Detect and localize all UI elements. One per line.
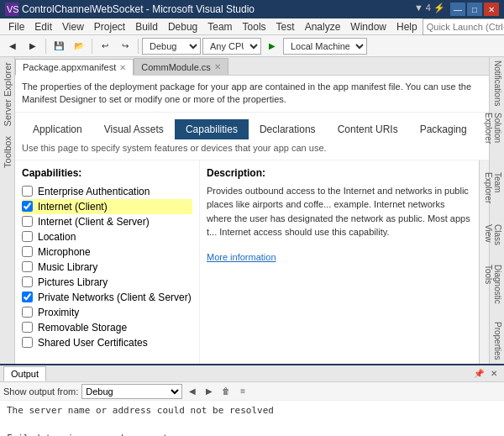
notifications-label[interactable]: Notifications (490, 57, 504, 109)
menu-build[interactable]: Build (130, 19, 163, 34)
nav-tab-application[interactable]: Application (22, 119, 93, 139)
cap-internet-client-server: Internet (Client & Server) (22, 214, 192, 229)
output-text-area: The server name or address could not be … (0, 401, 504, 436)
properties-label[interactable]: Properties (490, 318, 504, 364)
search-bar: Sign in (423, 17, 504, 37)
cap-music-library-checkbox[interactable] (22, 261, 33, 272)
menu-analyze[interactable]: Analyze (300, 19, 346, 34)
toolbox-label[interactable]: Toolbox (1, 131, 14, 173)
cap-internet-client: Internet (Client) (22, 199, 192, 214)
diagnostic-tools-label[interactable]: Diagnostic Tools (490, 261, 504, 318)
cap-pictures-library-label[interactable]: Pictures Library (38, 276, 108, 288)
menu-tools[interactable]: Tools (238, 19, 271, 34)
quick-launch-input[interactable] (423, 18, 504, 35)
debug-mode-dropdown[interactable]: Debug Release (142, 38, 201, 55)
redo-button[interactable]: ↪ (116, 37, 134, 55)
cap-enterprise-auth: Enterprise Authentication (22, 184, 192, 199)
menu-edit[interactable]: Edit (29, 19, 57, 34)
nav-tab-capabilities[interactable]: Capabilities (175, 119, 249, 139)
machine-dropdown[interactable]: Local Machine (283, 38, 367, 55)
menu-team[interactable]: Team (202, 19, 237, 34)
cap-internet-client-checkbox[interactable] (22, 201, 33, 212)
output-tab-output[interactable]: Output (3, 366, 46, 381)
output-wrap-button[interactable]: ≡ (236, 385, 249, 398)
menu-project[interactable]: Project (89, 19, 130, 34)
forward-button[interactable]: ▶ (24, 37, 42, 55)
server-explorer-label[interactable]: Server Explorer (1, 57, 14, 131)
tab-commmodule[interactable]: CommModule.cs ✕ (134, 58, 228, 75)
solution-explorer-label[interactable]: Solution Explorer (490, 109, 504, 169)
tab-commmodule-label: CommModule.cs (141, 62, 211, 72)
cap-internet-client-server-checkbox[interactable] (22, 216, 33, 227)
cap-proximity: Proximity (22, 305, 192, 320)
cap-location-label[interactable]: Location (38, 231, 76, 243)
cap-music-library-label[interactable]: Music Library (38, 261, 97, 273)
cap-shared-user-certs-label[interactable]: Shared User Certificates (38, 337, 148, 349)
cap-microphone-checkbox[interactable] (22, 246, 33, 257)
tab-commmodule-close[interactable]: ✕ (214, 62, 221, 71)
menu-bar: File Edit View Project Build Debug Team … (0, 18, 504, 35)
cap-internet-client-label[interactable]: Internet (Client) (38, 201, 108, 213)
maximize-button[interactable]: □ (467, 3, 482, 16)
app-icon: VS (5, 3, 18, 16)
menu-test[interactable]: Test (271, 19, 300, 34)
cap-internet-client-server-label[interactable]: Internet (Client & Server) (38, 216, 150, 228)
nav-tab-content-uris[interactable]: Content URIs (327, 119, 409, 139)
more-information-link[interactable]: More information (207, 252, 276, 262)
right-panel: Notifications Solution Explorer Team Exp… (489, 57, 504, 364)
output-tab-bar: Output 📌 ✕ (0, 365, 504, 382)
cap-removable-storage-checkbox[interactable] (22, 322, 33, 333)
cap-removable-storage-label[interactable]: Removable Storage (38, 322, 127, 334)
nav-tab-declarations[interactable]: Declarations (249, 119, 327, 139)
cap-microphone: Microphone (22, 244, 192, 260)
cpu-mode-dropdown[interactable]: Any CPU x86 x64 (202, 38, 261, 55)
close-button[interactable]: ✕ (484, 3, 499, 16)
info-text: The properties of the deployment package… (22, 81, 471, 104)
start-button[interactable]: ▶ (263, 37, 281, 55)
cap-pictures-library-checkbox[interactable] (22, 276, 33, 287)
cap-location-checkbox[interactable] (22, 231, 33, 242)
tab-manifest[interactable]: Package.appxmanifest ✕ (15, 59, 134, 76)
nav-tab-visual-assets[interactable]: Visual Assets (93, 119, 175, 139)
minimize-button[interactable]: — (450, 3, 465, 16)
cap-shared-user-certs: Shared User Certificates (22, 335, 192, 350)
cap-proximity-checkbox[interactable] (22, 307, 33, 318)
cap-private-networks-checkbox[interactable] (22, 292, 33, 302)
output-next-button[interactable]: ▶ (202, 385, 216, 398)
description-panel: Description: Provides outbound access to… (200, 160, 479, 364)
output-toolbar: Show output from: Debug Build General ◀ … (0, 382, 504, 401)
subtitle-text: Use this page to specify system features… (22, 143, 327, 153)
open-button[interactable]: 📂 (70, 37, 88, 55)
menu-window[interactable]: Window (345, 19, 391, 34)
output-clear-button[interactable]: 🗑 (219, 385, 233, 398)
main-container: Server Explorer Toolbox Package.appxmani… (0, 57, 504, 364)
tab-manifest-close[interactable]: ✕ (119, 63, 126, 72)
save-button[interactable]: 💾 (50, 37, 68, 55)
desc-title: Description: (207, 167, 472, 179)
cap-private-networks: Private Networks (Client & Server) (22, 290, 192, 305)
class-view-label[interactable]: Class View (490, 221, 504, 262)
output-source-select[interactable]: Debug Build General (81, 384, 182, 399)
menu-file[interactable]: File (3, 19, 29, 34)
team-explorer-label[interactable]: Team Explorer (490, 169, 504, 220)
output-tab-label: Output (11, 369, 39, 379)
output-close-button[interactable]: ✕ (487, 367, 501, 381)
menu-view[interactable]: View (57, 19, 89, 34)
undo-button[interactable]: ↩ (96, 37, 114, 55)
nav-tab-packaging[interactable]: Packaging (409, 119, 478, 139)
menu-debug[interactable]: Debug (163, 19, 202, 34)
toolbar-separator-3 (138, 39, 139, 54)
menu-help[interactable]: Help (391, 19, 423, 34)
capabilities-panel: Capabilities: Enterprise Authentication … (15, 160, 200, 364)
cap-enterprise-auth-label[interactable]: Enterprise Authentication (38, 186, 150, 197)
window-controls: ▼ 4 ⚡ — □ ✕ (414, 3, 499, 16)
cap-proximity-label[interactable]: Proximity (38, 307, 79, 318)
back-button[interactable]: ◀ (3, 37, 22, 55)
cap-location: Location (22, 229, 192, 244)
output-pin-button[interactable]: 📌 (472, 367, 486, 381)
cap-microphone-label[interactable]: Microphone (38, 246, 91, 258)
cap-enterprise-auth-checkbox[interactable] (22, 186, 33, 197)
cap-shared-user-certs-checkbox[interactable] (22, 337, 33, 348)
cap-private-networks-label[interactable]: Private Networks (Client & Server) (38, 292, 192, 303)
output-prev-button[interactable]: ◀ (186, 385, 199, 398)
